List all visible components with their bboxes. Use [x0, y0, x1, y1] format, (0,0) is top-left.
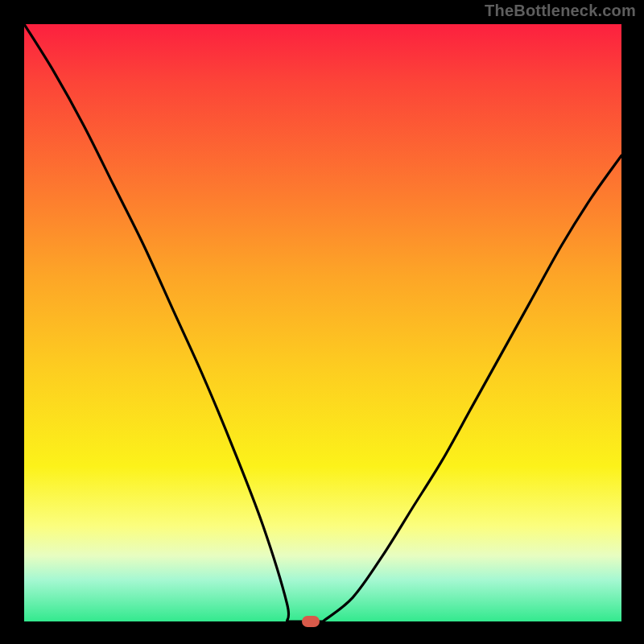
bottleneck-curve [24, 24, 621, 621]
plot-area [24, 24, 621, 621]
chart-frame: TheBottleneck.com [0, 0, 644, 644]
watermark-text: TheBottleneck.com [485, 2, 636, 20]
optimal-point-marker [302, 616, 320, 627]
